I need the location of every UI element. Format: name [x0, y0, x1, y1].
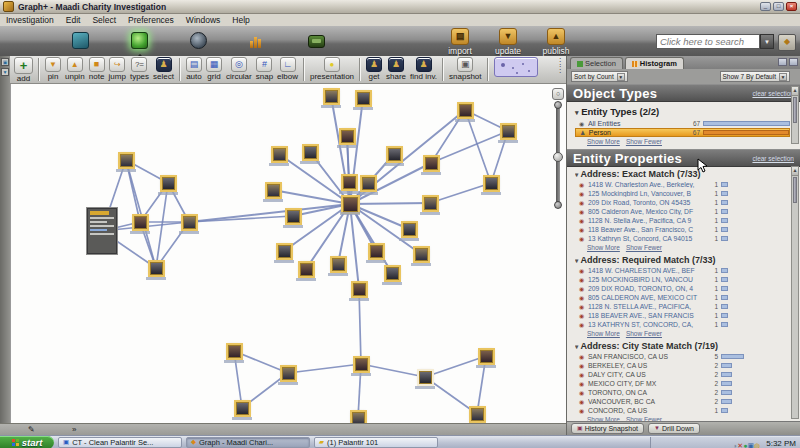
show-link[interactable]: Show Fewer: [626, 244, 662, 251]
history-snapshot-button[interactable]: ▣ History Snapshot: [571, 423, 644, 434]
clear-selection-link[interactable]: clear selection: [752, 90, 794, 97]
menu-help[interactable]: Help: [226, 15, 255, 25]
graph-node[interactable]: [150, 262, 163, 275]
object-types-scrollbar[interactable]: ▲: [791, 86, 799, 144]
property-row[interactable]: ◉209 Dix Road, Toronto, ON 454351: [575, 198, 790, 207]
toolbar-button-get[interactable]: ♟get: [364, 57, 384, 81]
toolbar-button-snapshot[interactable]: ▣snapshot: [447, 57, 483, 81]
graph-node[interactable]: [353, 283, 366, 296]
toolbar-button-minimap[interactable]: [492, 57, 540, 77]
scroll-up-icon[interactable]: ▲: [792, 167, 798, 176]
property-row[interactable]: ◉118 BEAVER AVE., SAN FRANCIS1: [575, 311, 790, 320]
toolbar-button-find-inv[interactable]: ♟find inv.: [408, 57, 439, 81]
property-row[interactable]: ◉SAN FRANCISCO, CA US5: [575, 352, 790, 361]
toolbar-button-add[interactable]: +add: [12, 57, 35, 83]
graph-node[interactable]: [419, 371, 432, 384]
expand-icon[interactable]: »: [72, 425, 76, 434]
tab-histogram[interactable]: Histogram: [625, 57, 684, 69]
property-row[interactable]: ◉805 Calderon Ave, Mexico City, DF1: [575, 207, 790, 216]
taskbar-task[interactable]: ▰(1) Palantir 101: [314, 437, 438, 448]
toolbar-button-snap[interactable]: #snap: [254, 57, 275, 81]
graph-node[interactable]: [236, 402, 249, 415]
entity-properties-scrollbar[interactable]: ▲: [791, 166, 799, 419]
toolbar-button-note[interactable]: ■note: [87, 57, 107, 81]
graph-node[interactable]: [341, 130, 354, 143]
property-row[interactable]: ◉125 Mockingbird Ln, Vancouver, B1: [575, 189, 790, 198]
graph-node[interactable]: [362, 177, 375, 190]
pen-tool-icon[interactable]: ✎: [28, 425, 35, 434]
graph-node[interactable]: [343, 176, 356, 189]
graph-node[interactable]: [502, 125, 515, 138]
mode-finance-button[interactable]: [308, 32, 325, 49]
search-input[interactable]: [656, 34, 760, 49]
toolbar-button-presentation[interactable]: ●presentation: [308, 57, 356, 81]
mode-chart-button[interactable]: [249, 32, 266, 49]
property-row[interactable]: ◉CONCORD, CA US1: [575, 406, 790, 415]
toolbar-button-circular[interactable]: ◎circular: [224, 57, 254, 81]
graph-node[interactable]: [425, 157, 438, 170]
graph-node[interactable]: [424, 197, 437, 210]
property-row[interactable]: ◉TORONTO, ON CA2: [575, 388, 790, 397]
graph-node[interactable]: [485, 177, 498, 190]
mode-globe-button[interactable]: [190, 32, 207, 49]
left-panel-toggle-button[interactable]: ▣: [1, 58, 9, 66]
left-panel-collapse-icon[interactable]: ▼: [1, 68, 9, 76]
property-row[interactable]: ◉1418 W. Charleston Ave., Berkeley,1: [575, 180, 790, 189]
tray-icon-5[interactable]: ◍: [754, 442, 760, 448]
graph-node[interactable]: [300, 263, 313, 276]
property-row[interactable]: ◉805 CALDERON AVE, MEXICO CIT1: [575, 293, 790, 302]
graph-node[interactable]: [273, 148, 286, 161]
search-dropdown-button[interactable]: ▼: [760, 34, 774, 49]
property-row[interactable]: ◉BERKELEY, CA US2: [575, 361, 790, 370]
graph-node[interactable]: [325, 90, 338, 103]
close-button[interactable]: ×: [786, 2, 797, 11]
show-link[interactable]: Show Fewer: [626, 138, 662, 145]
import-button[interactable]: ▤import: [440, 28, 480, 56]
restore-button[interactable]: □: [773, 2, 784, 11]
graph-node[interactable]: [134, 216, 147, 229]
property-row[interactable]: ◉VANCOUVER, BC CA2: [575, 397, 790, 406]
start-button[interactable]: start: [0, 436, 54, 448]
property-row[interactable]: ◉MEXICO CITY, DF MX2: [575, 379, 790, 388]
minimize-button[interactable]: _: [760, 2, 771, 11]
toolbar-button-select[interactable]: ♟select: [151, 57, 176, 81]
graph-node[interactable]: [352, 412, 365, 424]
show-link[interactable]: Show More: [587, 138, 620, 145]
drill-down-button[interactable]: ▼ Drill Down: [648, 423, 700, 434]
show-link[interactable]: Show Fewer: [626, 330, 662, 337]
property-row[interactable]: ◉1418 W. CHARLESTON AVE., BEF1: [575, 266, 790, 275]
graph-canvas[interactable]: ○: [10, 84, 566, 423]
property-row[interactable]: ◉13 Kathryn St, Concord, CA 940151: [575, 234, 790, 243]
graph-node[interactable]: [282, 367, 295, 380]
scrollbar-thumb[interactable]: [793, 97, 797, 123]
graph-node[interactable]: [480, 350, 493, 363]
graph-node[interactable]: [357, 92, 370, 105]
property-row[interactable]: ◉118 Beaver Ave., San Francisco, C1: [575, 225, 790, 234]
graph-node[interactable]: [183, 216, 196, 229]
zoom-out-button[interactable]: [554, 201, 562, 209]
property-row[interactable]: ◉209 DIX ROAD, TORONTO, ON, 41: [575, 284, 790, 293]
zoom-slider[interactable]: [556, 104, 560, 206]
toolbar-button-types[interactable]: ?=types: [128, 57, 151, 81]
zoom-in-button[interactable]: [554, 101, 562, 109]
show-link[interactable]: Show More: [587, 330, 620, 337]
menu-windows[interactable]: Windows: [180, 15, 226, 25]
graph-node-hub[interactable]: [343, 197, 358, 212]
taskbar-task[interactable]: ▣CT - Clean Palantir Se...: [58, 437, 182, 448]
magnifier-icon[interactable]: ○: [552, 88, 564, 100]
show-link[interactable]: Show More: [587, 244, 620, 251]
graph-node[interactable]: [370, 245, 383, 258]
toolbar-overflow-handle[interactable]: ⋮⋮: [556, 58, 564, 74]
menu-investigation[interactable]: Investigation: [0, 15, 60, 25]
graph-node[interactable]: [355, 358, 368, 371]
show-mode-dropdown[interactable]: Show 7 By Default ▼: [720, 71, 790, 82]
toolbar-button-elbow[interactable]: ∟elbow: [275, 57, 300, 81]
graph-node[interactable]: [403, 223, 416, 236]
property-row[interactable]: ◉1128 N. Stella Ave., Pacifica, CA 91: [575, 216, 790, 225]
menu-edit[interactable]: Edit: [60, 15, 87, 25]
mode-graph-button[interactable]: [131, 32, 148, 49]
graph-node[interactable]: [471, 408, 484, 421]
graph-node[interactable]: [459, 104, 472, 117]
property-row[interactable]: ◉13 KATHRYN ST, CONCORD, CA,1: [575, 320, 790, 329]
sort-by-dropdown[interactable]: Sort by Count ▼: [571, 71, 628, 82]
